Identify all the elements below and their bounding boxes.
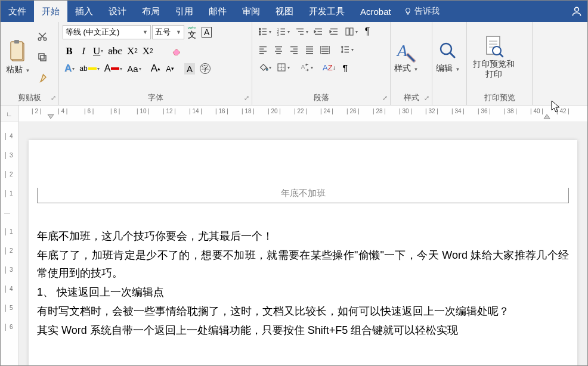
align-justify-button[interactable]: [302, 42, 317, 57]
character-shading-button[interactable]: A: [182, 61, 197, 76]
increase-indent-button[interactable]: [327, 24, 341, 39]
text-direction-button[interactable]: A▾: [298, 60, 315, 75]
font-name-select[interactable]: 等线 (中文正文)▼: [63, 25, 151, 39]
cut-button[interactable]: [35, 29, 49, 44]
account-button[interactable]: [566, 1, 587, 22]
styles-button[interactable]: A 样式 ▼: [392, 26, 420, 87]
decrease-indent-button[interactable]: [311, 24, 326, 39]
strikethrough-button[interactable]: abc: [106, 44, 124, 58]
editing-button[interactable]: 编辑 ▼: [434, 26, 462, 87]
align-right-button[interactable]: [287, 42, 301, 57]
paragraph[interactable]: 年底不加班，这几个技巧你要会，尤其最后一个！: [37, 227, 569, 245]
ruler-h-tick: | 12 |: [163, 108, 176, 114]
group-styles: A 样式 ▼ 样式⤢: [391, 22, 432, 105]
phonetic-guide-button[interactable]: wén文: [185, 24, 199, 40]
ruler-v-tick: │ 3: [4, 266, 13, 273]
tab-references[interactable]: 引用: [168, 1, 201, 22]
superscript-button[interactable]: X2: [141, 44, 155, 58]
page-body[interactable]: 年底不加班，这几个技巧你要会，尤其最后一个！ 年底了了，加班肯定是少不了的，想要…: [37, 227, 569, 339]
show-marks-button[interactable]: ¶: [339, 60, 352, 75]
page-scroll[interactable]: 年底不加班 年底不加班，这几个技巧你要会，尤其最后一个！ 年底了了，加班肯定是少…: [18, 122, 587, 365]
paste-button[interactable]: 粘贴 ▼: [4, 24, 32, 89]
ruler-h-tick: | 28 |: [373, 108, 386, 114]
text-direction-icon: A: [299, 62, 310, 73]
styles-launcher[interactable]: ⤢: [424, 94, 429, 102]
font-launcher[interactable]: ⤢: [244, 94, 249, 102]
multilevel-list-button[interactable]: ▾: [293, 24, 310, 39]
font-size-select[interactable]: 五号▼: [152, 25, 184, 39]
italic-button[interactable]: I: [77, 44, 90, 58]
group-editing-label: [432, 91, 466, 105]
tab-selector[interactable]: ∟: [1, 106, 18, 122]
tell-me-label: 告诉我: [414, 6, 440, 17]
ruler-h-tick: | 42 |: [556, 108, 570, 114]
bold-button[interactable]: B: [63, 44, 76, 58]
bullets-button[interactable]: ▾: [256, 24, 273, 39]
tell-me[interactable]: 告诉我: [404, 1, 440, 22]
align-right-icon: [289, 44, 299, 55]
ruler-vertical[interactable]: │ 4│ 3│ 2│ 1—│ 1│ 2│ 3│ 4│ 5│ 6: [1, 122, 18, 365]
align-distributed-button[interactable]: [318, 42, 332, 57]
user-icon: [571, 5, 583, 17]
text-effects-button[interactable]: A▾: [63, 61, 76, 76]
tab-acrobat[interactable]: Acrobat: [352, 1, 399, 22]
change-case-button[interactable]: Aa▾: [125, 61, 143, 76]
ruler-v-tick: │ 2: [4, 171, 13, 178]
tab-file[interactable]: 文件: [1, 1, 34, 22]
asian-layout-button[interactable]: ▾: [342, 24, 360, 39]
tab-review[interactable]: 审阅: [234, 1, 268, 22]
show-hide-button[interactable]: ¶: [361, 24, 374, 39]
shading-button[interactable]: ▾: [256, 60, 273, 75]
underline-button[interactable]: U▾: [91, 44, 105, 58]
tab-view[interactable]: 视图: [268, 1, 301, 22]
line-spacing-button[interactable]: ▾: [338, 42, 355, 57]
paragraph[interactable]: 年底了了，加班肯定是少不了的，想要不加班，就需要在某些操作"偷懒"一下，今天 W…: [37, 246, 569, 282]
tab-developer[interactable]: 开发工具: [301, 1, 352, 22]
paragraph[interactable]: 有时写文档时，会被一些事情给耽搁了，这时，文档又比较长，如何可以快速返回上一次编…: [37, 302, 569, 320]
align-left-button[interactable]: [256, 42, 270, 57]
paragraph[interactable]: 其实 Word 系统自带一个返回上一处编辑功能，只要按住 Shift+F5 组合…: [37, 321, 569, 339]
svg-point-9: [259, 31, 261, 32]
ruler-v-tick: │ 2: [4, 247, 13, 254]
highlight-button[interactable]: ab▾: [78, 61, 101, 76]
ribbon: 粘贴 ▼ 剪贴板⤢ 等线 (中文正文)▼ 五号▼ wén文 A B I U▾ a…: [1, 22, 587, 106]
clear-formatting-button[interactable]: [169, 44, 184, 58]
tab-layout[interactable]: 布局: [134, 1, 168, 22]
font-color-button[interactable]: A▾: [103, 61, 125, 76]
ruler-h-tick: | 20 |: [268, 108, 281, 114]
character-border-button[interactable]: A: [200, 25, 213, 39]
tab-design[interactable]: 设计: [101, 1, 134, 22]
clipboard-launcher[interactable]: ⤢: [51, 94, 56, 102]
align-center-button[interactable]: [271, 42, 286, 57]
borders-icon: [276, 62, 287, 73]
ruler-h-tick: | 6 |: [84, 108, 94, 114]
enclose-characters-button[interactable]: 字: [198, 61, 212, 76]
ruler-h-tick: | 10 |: [137, 108, 150, 114]
indent-marker-right[interactable]: [543, 114, 550, 121]
ruler-v-tick: │ 1: [4, 190, 13, 197]
copy-button[interactable]: [35, 50, 49, 64]
tab-insert[interactable]: 插入: [67, 1, 101, 22]
grow-font-button[interactable]: A▴: [149, 61, 162, 76]
ruler-v-tick: │ 6: [4, 324, 13, 330]
sort-button[interactable]: AZ↓: [321, 60, 338, 75]
subscript-button[interactable]: X2: [125, 44, 140, 58]
format-painter-button[interactable]: [35, 71, 49, 85]
ruler-h-tick: | 2 |: [32, 108, 41, 114]
paragraph-launcher[interactable]: ⤢: [382, 94, 388, 102]
print-preview-icon: [483, 34, 505, 59]
tab-home[interactable]: 开始: [34, 1, 67, 22]
borders-button[interactable]: ▾: [274, 60, 292, 75]
align-center-icon: [273, 44, 284, 55]
numbering-button[interactable]: 123▾: [274, 24, 292, 39]
paste-icon: [8, 39, 27, 63]
ruler-v-tick: —: [4, 209, 10, 216]
print-preview-button[interactable]: 打印预览和打印: [468, 26, 519, 87]
paragraph[interactable]: 1、 快速返回上一次编辑点: [37, 283, 569, 301]
indent-marker-left[interactable]: [47, 114, 54, 121]
svg-rect-14: [346, 28, 349, 35]
group-paragraph: ▾ 123▾ ▾ ▾ ¶ ▾ ▾ ▾ A▾: [252, 22, 391, 105]
shrink-font-button[interactable]: A▾: [163, 61, 177, 76]
tab-mailings[interactable]: 邮件: [201, 1, 234, 22]
ruler-horizontal[interactable]: ∟ | 2 || 4 || 6 || 8 || 10 || 12 || 14 |…: [1, 106, 587, 122]
